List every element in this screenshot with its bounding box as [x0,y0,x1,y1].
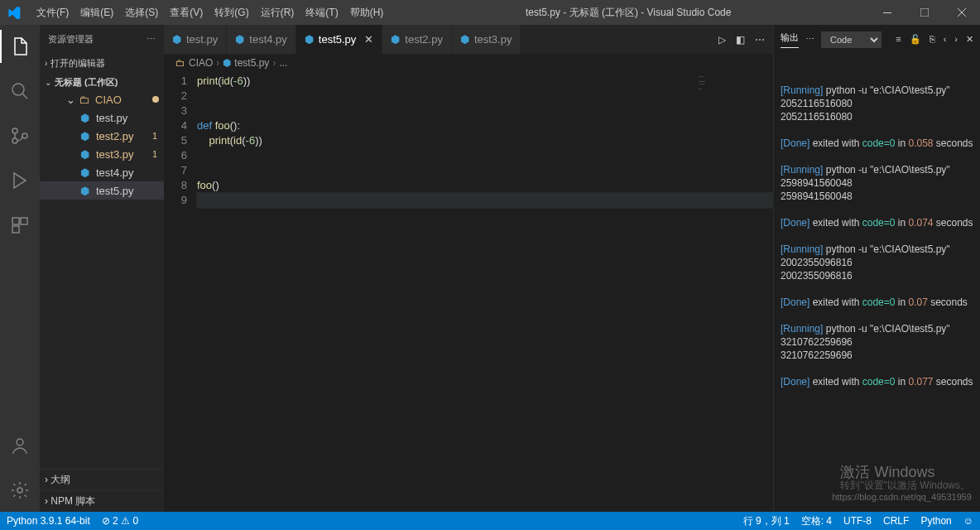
file-name: test.py [96,112,157,124]
python-icon: ⬢ [78,112,91,124]
close-button[interactable] [943,0,980,25]
python-icon: ⬢ [78,148,91,161]
menu-item[interactable]: 终端(T) [300,2,343,23]
output-channel-select[interactable]: Code [821,31,882,48]
activity-bar [0,25,40,512]
explorer-icon[interactable] [0,30,40,63]
workspace-section[interactable]: ⌄ 无标题 (工作区) [40,75,164,90]
svg-rect-6 [12,218,19,224]
python-icon: ⬢ [223,57,231,69]
status-python[interactable]: Python 3.9.1 64-bit [7,515,90,527]
editor-tab[interactable]: ⬢test3.py [452,25,521,54]
minimap[interactable]: ▬▬▬▬▬▬▬ ▬▬▬▬▬ [697,74,763,92]
python-icon: ⬢ [78,166,91,179]
editor-tab[interactable]: ⬢test.py [164,25,227,54]
output-content[interactable]: [Running] python -u "e:\CIAO\test5.py"20… [774,54,980,512]
split-editor-icon[interactable]: ◧ [736,34,745,46]
chevron-right-icon: › [45,474,48,485]
status-feedback[interactable]: ☺ [963,515,973,527]
status-language[interactable]: Python [920,515,951,527]
python-icon: ⬢ [391,33,400,46]
close-panel-icon[interactable]: ✕ [966,34,973,45]
status-problems[interactable]: ⊘ 2 ⚠ 0 [102,515,138,527]
prev-icon[interactable]: ‹ [944,34,947,45]
lock-scroll-icon[interactable]: 🔓 [910,34,921,45]
modified-dot-icon [152,96,159,103]
account-icon[interactable] [0,429,40,462]
menu-item[interactable]: 编辑(E) [75,2,118,23]
editor-tab[interactable]: ⬢test2.py [382,25,452,54]
menu-item[interactable]: 帮助(H) [345,2,389,23]
status-indent[interactable]: 空格: 4 [801,514,832,528]
file-badge: 1 [152,131,157,141]
menu-item[interactable]: 选择(S) [120,2,163,23]
svg-point-9 [17,439,23,446]
line-numbers: 123456789 [164,72,197,512]
npm-section[interactable]: › NPM 脚本 [40,490,164,512]
vscode-logo [0,6,28,19]
next-icon[interactable]: › [954,34,958,45]
menu-item[interactable]: 查看(V) [165,2,208,23]
file-name: test5.py [96,185,157,197]
breadcrumb[interactable]: 🗀 CIAO › ⬢ test5.py › ... [164,54,773,72]
folder-icon: 🗀 [175,57,185,69]
sidebar-title: 资源管理器 [48,33,94,46]
svg-point-4 [12,138,17,143]
python-icon: ⬢ [305,33,314,46]
tab-label: test.py [186,33,218,46]
close-tab-icon[interactable]: ✕ [364,33,373,46]
editor-tab[interactable]: ⬢test4.py [227,25,296,54]
python-icon: ⬢ [78,185,91,197]
run-debug-icon[interactable] [0,164,40,197]
editor-tab[interactable]: ⬢test5.py✕ [296,25,383,54]
folder-ciao[interactable]: ⌄ 🗀 CIAO [40,90,164,108]
file-item[interactable]: ⬢test.py [40,108,164,127]
tab-label: test5.py [319,33,357,46]
menu-bar: 文件(F)编辑(E)选择(S)查看(V)转到(G)运行(R)终端(T)帮助(H) [28,2,388,23]
clear-output-icon[interactable]: ≡ [896,34,901,45]
outline-section[interactable]: › 大纲 [40,469,164,490]
open-editors-section[interactable]: › 打开的编辑器 [40,55,164,71]
panel-tab-output[interactable]: 输出 [781,31,799,48]
tab-label: test2.py [405,33,443,46]
settings-gear-icon[interactable] [0,474,40,507]
file-item[interactable]: ⬢test5.py [40,181,164,200]
run-icon[interactable]: ▷ [718,34,726,46]
menu-item[interactable]: 运行(R) [256,2,300,23]
more-icon[interactable]: ⋯ [805,34,814,45]
status-eol[interactable]: CRLF [883,515,909,527]
file-name: test2.py [96,130,152,142]
source-control-icon[interactable] [0,119,40,152]
tab-label: test3.py [474,33,512,46]
status-cursor[interactable]: 行 9，列 1 [743,514,790,528]
python-icon: ⬢ [460,33,469,46]
file-item[interactable]: ⬢test2.py1 [40,127,164,145]
tab-label: test4.py [249,33,287,46]
chevron-right-icon: › [45,495,48,507]
chevron-right-icon: › [272,57,276,69]
open-file-icon[interactable]: ⎘ [930,34,935,45]
watermark-title: 激活 Windows [840,465,970,479]
folder-icon: 🗀 [77,94,90,106]
sidebar: 资源管理器 ⋯ › 打开的编辑器 ⌄ 无标题 (工作区) ⌄ 🗀 CIAO ⬢t… [40,25,164,512]
status-encoding[interactable]: UTF-8 [843,515,872,527]
maximize-button[interactable] [906,0,943,25]
menu-item[interactable]: 文件(F) [31,2,74,23]
svg-point-5 [22,133,27,138]
svg-rect-7 [21,218,27,224]
extensions-icon[interactable] [0,209,40,242]
more-icon[interactable]: ⋯ [147,34,156,45]
chevron-down-icon: ⌄ [45,78,51,87]
svg-point-3 [12,128,17,133]
menu-item[interactable]: 转到(G) [209,2,253,23]
minimize-button[interactable] [868,0,906,25]
more-icon[interactable]: ⋯ [755,34,765,46]
code-editor[interactable]: 123456789 print(id(-6)) def foo(): print… [164,72,773,512]
file-item[interactable]: ⬢test4.py [40,163,164,181]
editor-tabs: ⬢test.py⬢test4.py⬢test5.py✕⬢test2.py⬢tes… [164,25,773,54]
chevron-right-icon: › [45,59,47,68]
python-icon: ⬢ [78,130,91,142]
file-item[interactable]: ⬢test3.py1 [40,145,164,163]
python-icon: ⬢ [172,33,181,46]
search-icon[interactable] [0,75,40,108]
